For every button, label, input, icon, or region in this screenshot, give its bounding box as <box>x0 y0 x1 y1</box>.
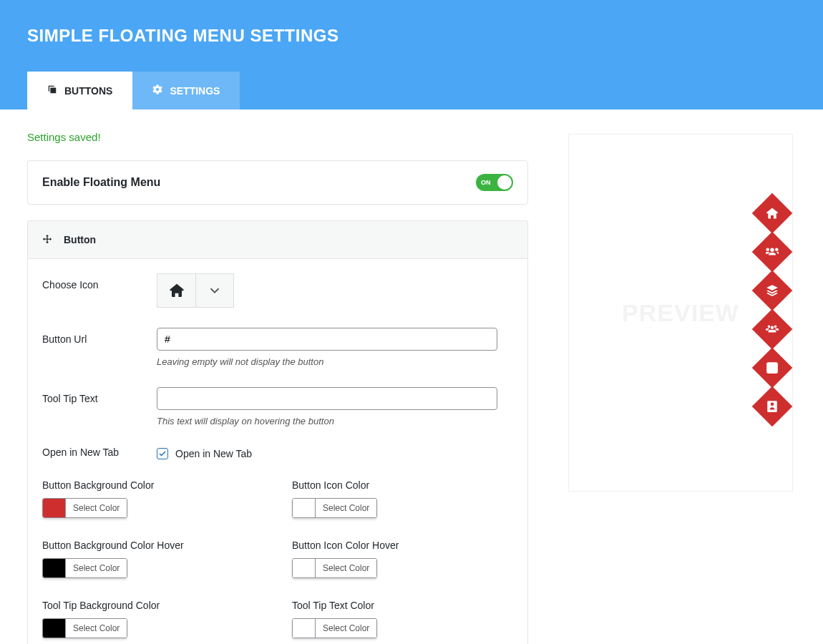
preview-button-group[interactable] <box>752 309 793 350</box>
color-select-label: Select Color <box>66 499 127 517</box>
open-new-tab-checkbox-label: Open in New Tab <box>175 448 252 459</box>
enable-card: Enable Floating Menu ON <box>27 160 528 205</box>
button-url-hint: Leaving empty will not display the butto… <box>157 356 513 367</box>
notice-saved: Settings saved! <box>27 131 528 143</box>
preview-button-badge[interactable] <box>752 386 793 427</box>
button-panel: Button Choose Icon Button Url <box>27 220 528 644</box>
layers-icon <box>766 284 779 297</box>
color-select-bg-hover[interactable]: Select Color <box>42 558 127 578</box>
tab-label: BUTTONS <box>64 85 112 97</box>
color-swatch <box>293 619 316 638</box>
button-url-label: Button Url <box>42 328 157 367</box>
color-swatch <box>43 499 66 517</box>
floating-menu-preview <box>758 199 787 421</box>
color-select-icon-hover[interactable]: Select Color <box>292 558 377 578</box>
tab-buttons[interactable]: BUTTONS <box>27 72 132 109</box>
move-icon[interactable] <box>42 235 52 245</box>
open-new-tab-checkbox[interactable] <box>157 448 168 459</box>
toggle-knob <box>497 175 512 190</box>
chevron-down-icon[interactable] <box>195 273 234 308</box>
tabs: BUTTONS SETTINGS <box>27 72 796 109</box>
color-select-icon[interactable]: Select Color <box>292 498 377 518</box>
page-title: SIMPLE FLOATING MENU SETTINGS <box>27 26 796 46</box>
home-icon <box>157 273 195 308</box>
color-label-tooltip-text: Tool Tip Text Color <box>292 600 513 611</box>
blog-icon <box>766 361 779 374</box>
color-select-label: Select Color <box>316 619 376 638</box>
clone-icon <box>47 84 57 97</box>
badge-icon <box>766 400 779 413</box>
color-select-tooltip-bg[interactable]: Select Color <box>42 618 127 638</box>
color-select-label: Select Color <box>66 559 127 577</box>
open-new-tab-label: Open in New Tab <box>42 447 157 459</box>
preview-button-blog[interactable] <box>752 348 793 389</box>
color-swatch <box>43 559 66 577</box>
preview-watermark: PREVIEW <box>622 299 739 327</box>
color-swatch <box>293 499 316 517</box>
toggle-state-label: ON <box>481 179 491 186</box>
tooltip-hint: This text will display on hovering the b… <box>157 416 513 426</box>
tab-settings[interactable]: SETTINGS <box>132 72 240 109</box>
color-label-tooltip-bg: Tool Tip Background Color <box>42 600 263 611</box>
page-header: SIMPLE FLOATING MENU SETTINGS BUTTONS SE… <box>0 0 823 109</box>
preview-button-home[interactable] <box>752 193 793 234</box>
color-label-bg: Button Background Color <box>42 479 263 491</box>
preview-button-users[interactable] <box>752 232 793 273</box>
choose-icon-label: Choose Icon <box>42 273 157 308</box>
enable-title: Enable Floating Menu <box>42 176 160 189</box>
tab-label: SETTINGS <box>170 85 220 97</box>
color-select-tooltip-text[interactable]: Select Color <box>292 618 377 638</box>
color-select-label: Select Color <box>66 619 127 638</box>
icon-picker[interactable] <box>157 273 513 308</box>
users-gear-icon <box>766 245 779 258</box>
preview-box: PREVIEW <box>568 134 793 492</box>
home-icon <box>766 207 779 220</box>
color-select-label: Select Color <box>316 499 376 517</box>
color-label-bg-hover: Button Background Color Hover <box>42 540 263 551</box>
enable-toggle[interactable]: ON <box>476 174 513 191</box>
people-group-icon <box>766 323 779 336</box>
color-swatch <box>43 619 66 638</box>
color-label-icon: Button Icon Color <box>292 479 513 491</box>
color-select-label: Select Color <box>316 559 376 577</box>
color-label-icon-hover: Button Icon Color Hover <box>292 540 513 551</box>
gear-icon <box>152 84 162 97</box>
color-swatch <box>293 559 316 577</box>
check-icon <box>158 449 167 458</box>
color-select-bg[interactable]: Select Color <box>42 498 127 518</box>
tooltip-input[interactable] <box>157 387 497 410</box>
button-url-input[interactable] <box>157 328 497 351</box>
preview-button-layers[interactable] <box>752 270 793 311</box>
tooltip-label: Tool Tip Text <box>42 387 157 426</box>
panel-title: Button <box>64 234 96 245</box>
